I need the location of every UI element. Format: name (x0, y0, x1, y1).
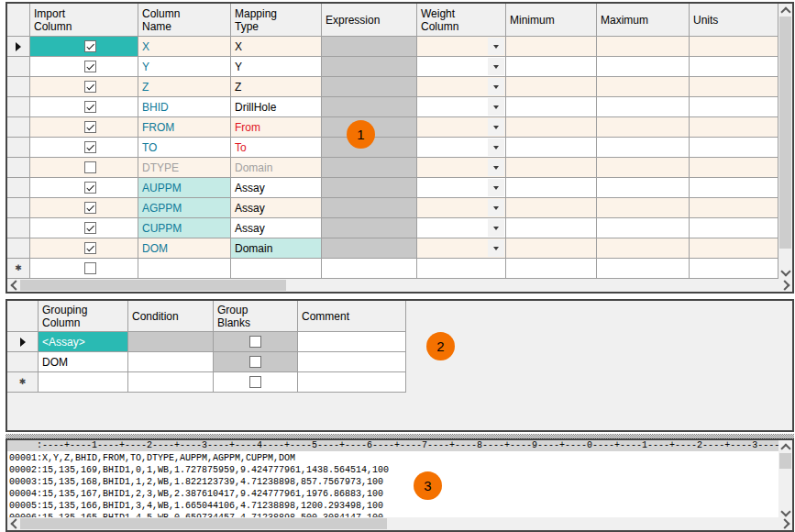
import-checkbox[interactable] (84, 242, 96, 254)
col-header-condition[interactable]: Condition (128, 301, 214, 332)
weight-column-cell[interactable] (417, 178, 506, 198)
comment-cell[interactable] (298, 372, 406, 393)
maximum-cell[interactable] (597, 158, 690, 178)
minimum-cell[interactable] (506, 178, 597, 198)
column-name-cell[interactable]: BHID (138, 97, 231, 117)
col-header-group-blanks[interactable]: Group Blanks (214, 301, 298, 332)
import-checkbox[interactable] (84, 262, 96, 274)
mapping-vscrollbar[interactable] (778, 4, 792, 279)
maximum-cell[interactable] (597, 77, 690, 97)
import-column-cell[interactable] (30, 158, 138, 178)
scroll-up-icon[interactable] (778, 4, 792, 16)
column-name-cell[interactable]: Z (138, 77, 231, 97)
dropdown-icon[interactable] (488, 98, 504, 116)
dropdown-icon[interactable] (488, 118, 504, 136)
group-blanks-checkbox[interactable] (249, 376, 261, 388)
condition-cell[interactable] (128, 332, 214, 352)
maximum-cell[interactable] (597, 198, 690, 218)
grouping-column-cell[interactable] (39, 372, 128, 393)
column-name-cell[interactable]: AUPPM (138, 178, 231, 198)
maximum-cell[interactable] (597, 97, 690, 117)
mapping-type-cell[interactable]: Domain (231, 238, 322, 259)
weight-column-cell[interactable] (417, 198, 506, 218)
import-checkbox[interactable] (84, 182, 96, 194)
mapping-type-cell[interactable]: Assay (231, 178, 322, 198)
mapping-type-cell[interactable]: DrillHole (231, 97, 322, 117)
mapping-corner-header[interactable] (7, 4, 30, 37)
group-blanks-cell[interactable] (214, 372, 298, 393)
col-header-expression[interactable]: Expression (322, 4, 417, 37)
column-name-cell[interactable]: CUPPM (138, 218, 231, 238)
row-header[interactable] (7, 238, 30, 259)
maximum-cell[interactable] (597, 178, 690, 198)
units-cell[interactable] (690, 178, 778, 198)
import-column-cell[interactable] (30, 97, 138, 117)
col-header-maximum[interactable]: Maximum (597, 4, 690, 37)
mapping-type-cell[interactable]: Y (231, 57, 322, 77)
dropdown-icon[interactable] (488, 38, 504, 55)
scroll-up-icon[interactable] (778, 440, 792, 452)
mapping-type-cell[interactable]: Z (231, 77, 322, 97)
col-header-units[interactable]: Units (690, 4, 778, 37)
row-header[interactable] (7, 158, 30, 178)
grouping-column-cell[interactable]: <Assay> (39, 332, 128, 352)
import-column-cell[interactable] (30, 37, 138, 57)
column-name-cell[interactable]: TO (138, 138, 231, 158)
minimum-cell[interactable] (506, 158, 597, 178)
col-header-comment[interactable]: Comment (298, 301, 406, 332)
units-cell[interactable] (690, 238, 778, 259)
units-cell[interactable] (690, 198, 778, 218)
scroll-right-icon[interactable] (780, 279, 792, 292)
mapping-hscrollbar[interactable] (7, 279, 792, 292)
import-column-cell[interactable] (30, 259, 138, 279)
weight-column-cell[interactable] (417, 158, 506, 178)
units-cell[interactable] (690, 218, 778, 238)
units-cell[interactable] (690, 57, 778, 77)
minimum-cell[interactable] (506, 218, 597, 238)
import-column-cell[interactable] (30, 57, 138, 77)
import-checkbox[interactable] (84, 121, 96, 133)
mapping-type-cell[interactable] (231, 259, 322, 279)
scroll-left-icon[interactable] (7, 517, 19, 530)
col-header-grouping-column[interactable]: Grouping Column (39, 301, 128, 332)
column-name-cell[interactable] (138, 259, 231, 279)
dropdown-icon[interactable] (488, 139, 504, 156)
col-header-weight-column[interactable]: Weight Column (417, 4, 506, 37)
import-checkbox[interactable] (84, 61, 96, 72)
column-name-cell[interactable]: DTYPE (138, 158, 231, 178)
import-checkbox[interactable] (84, 101, 96, 113)
weight-column-cell[interactable] (417, 138, 506, 158)
group-blanks-cell[interactable] (214, 332, 298, 352)
weight-column-cell[interactable] (417, 259, 506, 279)
minimum-cell[interactable] (506, 37, 597, 57)
units-cell[interactable] (690, 158, 778, 178)
row-header[interactable] (7, 37, 30, 57)
row-header[interactable] (7, 97, 30, 117)
minimum-cell[interactable] (506, 57, 597, 77)
maximum-cell[interactable] (597, 218, 690, 238)
preview-vscrollbar[interactable] (778, 440, 792, 519)
row-header[interactable]: ✱ (7, 372, 39, 393)
maximum-cell[interactable] (597, 238, 690, 259)
units-cell[interactable] (690, 117, 778, 138)
row-header[interactable] (7, 218, 30, 238)
import-column-cell[interactable] (30, 117, 138, 138)
column-name-cell[interactable]: X (138, 37, 231, 57)
condition-cell[interactable] (128, 372, 214, 393)
mapping-type-cell[interactable]: Assay (231, 218, 322, 238)
preview-text[interactable]: 00001:X,Y,Z,BHID,FROM,TO,DTYPE,AUPPM,AGP… (7, 451, 778, 517)
weight-column-cell[interactable] (417, 77, 506, 97)
row-header[interactable]: ✱ (7, 259, 30, 279)
col-header-column-name[interactable]: Column Name (138, 4, 231, 37)
maximum-cell[interactable] (597, 37, 690, 57)
import-checkbox[interactable] (84, 202, 96, 214)
weight-column-cell[interactable] (417, 57, 506, 77)
row-header[interactable] (7, 198, 30, 218)
dropdown-icon[interactable] (488, 239, 504, 257)
maximum-cell[interactable] (597, 117, 690, 138)
column-name-cell[interactable]: Y (138, 57, 231, 77)
import-checkbox[interactable] (84, 40, 96, 52)
maximum-cell[interactable] (597, 138, 690, 158)
weight-column-cell[interactable] (417, 117, 506, 138)
dropdown-icon[interactable] (488, 199, 504, 216)
